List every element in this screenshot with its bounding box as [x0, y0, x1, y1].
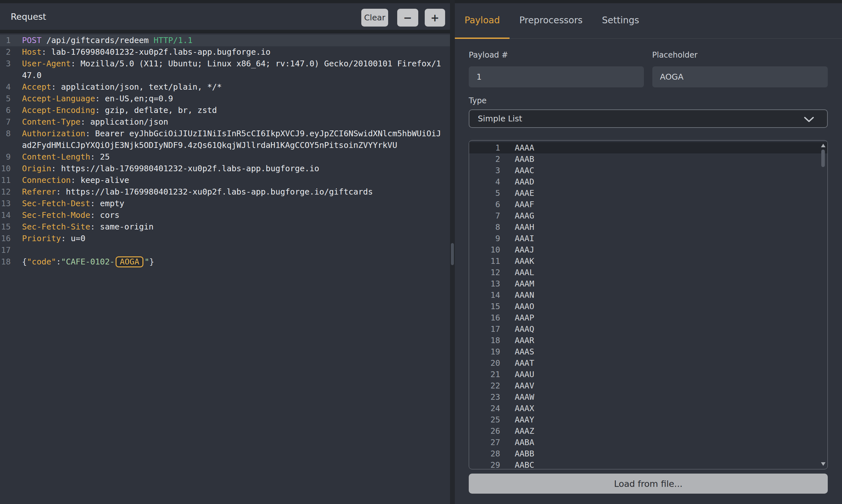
request-line[interactable]: 10Origin: https://lab-1769980401232-xu0p… [0, 163, 450, 175]
payload-item-value: AAAH [515, 221, 534, 233]
request-line[interactable]: 4Accept: application/json, text/plain, *… [0, 81, 450, 93]
remove-marker-button[interactable]: − [397, 9, 418, 26]
payload-list-scrollbar[interactable] [820, 141, 826, 469]
payload-list-item[interactable]: 16AAAP [469, 312, 827, 323]
request-line[interactable]: 2Host: lab-1769980401232-xu0p2f.labs-app… [0, 46, 450, 58]
payload-list-item[interactable]: 1AAAA [469, 142, 827, 154]
line-text: Referer: https://lab-1769980401232-xu0p2… [22, 186, 444, 198]
request-line[interactable]: 1POST /api/giftcards/redeem HTTP/1.1 [0, 35, 450, 46]
add-marker-button[interactable]: + [425, 9, 445, 26]
payload-item-number: 12 [469, 267, 500, 278]
payload-list-item[interactable]: 9AAAI [469, 233, 827, 244]
payload-list-item[interactable]: 26AAAZ [469, 425, 827, 437]
intruder-payload-screen: Request Clear − + 1POST /api/giftcards/r… [0, 0, 842, 504]
request-line[interactable]: 8Authorization: Bearer eyJhbGciOiJIUzI1N… [0, 128, 450, 151]
payload-number-input[interactable] [469, 66, 644, 87]
scroll-down-icon[interactable] [821, 462, 825, 466]
request-line[interactable]: 3User-Agent: Mozilla/5.0 (X11; Ubuntu; L… [0, 58, 450, 81]
request-line[interactable]: 16Priority: u=0 [0, 233, 450, 245]
payload-list[interactable]: 1AAAA2AAAB3AAAC4AAAD5AAAE6AAAF7AAAG8AAAH… [469, 140, 828, 469]
editor-scrollbar-thumb[interactable] [451, 243, 454, 265]
payload-item-value: AABB [515, 448, 534, 459]
line-text: User-Agent: Mozilla/5.0 (X11; Ubuntu; Li… [22, 58, 444, 81]
payload-list-item[interactable]: 24AAAX [469, 403, 827, 414]
clear-button[interactable]: Clear [361, 9, 388, 26]
request-line[interactable]: 17 [0, 245, 450, 256]
payload-panel: PayloadPreprocessorsSettings Payload # P… [455, 3, 842, 504]
syntax-segment: 25 [100, 152, 110, 162]
payload-list-item[interactable]: 27AABA [469, 437, 827, 448]
request-line[interactable]: 18{"code":"CAFE-0102-AOGA"} [0, 256, 450, 268]
payload-item-value: AAAJ [515, 244, 534, 255]
request-line[interactable]: 7Content-Type: application/json [0, 116, 450, 128]
payload-list-item[interactable]: 13AAAM [469, 278, 827, 289]
payload-number-label: Payload # [469, 51, 644, 59]
request-line[interactable]: 13Sec-Fetch-Dest: empty [0, 198, 450, 210]
request-editor[interactable]: 1POST /api/giftcards/redeem HTTP/1.12Hos… [0, 33, 450, 504]
payload-list-item[interactable]: 25AAAY [469, 414, 827, 425]
payload-list-item[interactable]: 29AABC [469, 459, 827, 469]
request-header: Request Clear − + [0, 3, 450, 30]
placeholder-input[interactable] [652, 66, 828, 87]
type-select[interactable]: Simple List [469, 109, 828, 128]
payload-list-item[interactable]: 8AAAH [469, 221, 827, 233]
payload-list-item[interactable]: 3AAAC [469, 165, 827, 176]
payload-list-item[interactable]: 11AAAK [469, 255, 827, 267]
line-number: 4 [0, 81, 11, 93]
payload-item-value: AAAQ [515, 323, 534, 335]
payload-item-value: AAAY [515, 414, 534, 425]
syntax-segment: Content-Type [22, 117, 80, 127]
tab-settings[interactable]: Settings [592, 3, 649, 39]
syntax-segment: : [90, 211, 100, 220]
request-line[interactable]: 6Accept-Encoding: gzip, deflate, br, zst… [0, 105, 450, 116]
line-number: 12 [0, 186, 11, 198]
payload-item-number: 2 [469, 154, 500, 165]
request-line[interactable]: 14Sec-Fetch-Mode: cors [0, 210, 450, 221]
payload-list-item[interactable]: 5AAAE [469, 187, 827, 199]
payload-item-number: 19 [469, 346, 500, 357]
payload-item-number: 7 [469, 210, 500, 221]
line-number: 5 [0, 93, 11, 105]
payload-item-number: 1 [469, 142, 500, 154]
payload-item-number: 20 [469, 357, 500, 369]
payload-list-item[interactable]: 28AABB [469, 448, 827, 459]
payload-item-number: 10 [469, 244, 500, 255]
line-text: POST /api/giftcards/redeem HTTP/1.1 [22, 35, 444, 46]
payload-list-item[interactable]: 10AAAJ [469, 244, 827, 255]
payload-item-value: AAAL [515, 267, 534, 278]
payload-item-value: AAAN [515, 289, 534, 301]
syntax-segment: Content-Length [22, 152, 90, 162]
payload-list-item[interactable]: 14AAAN [469, 289, 827, 301]
payload-list-item[interactable]: 12AAAL [469, 267, 827, 278]
payload-list-item[interactable]: 15AAAO [469, 301, 827, 312]
line-number: 16 [0, 233, 11, 245]
syntax-segment: "code" [27, 257, 56, 266]
payload-list-item[interactable]: 17AAAQ [469, 323, 827, 335]
payload-list-item[interactable]: 18AAAR [469, 335, 827, 346]
chevron-down-icon [804, 116, 814, 123]
load-from-file-button[interactable]: Load from file... [469, 473, 828, 494]
payload-list-item[interactable]: 23AAAW [469, 391, 827, 403]
tab-preprocessors[interactable]: Preprocessors [509, 3, 592, 39]
payload-list-item[interactable]: 6AAAF [469, 199, 827, 210]
payload-list-item[interactable]: 21AAAU [469, 369, 827, 380]
request-line[interactable]: 9Content-Length: 25 [0, 151, 450, 163]
request-line[interactable]: 12Referer: https://lab-1769980401232-xu0… [0, 186, 450, 198]
payload-item-number: 17 [469, 323, 500, 335]
payload-list-item[interactable]: 4AAAD [469, 176, 827, 187]
syntax-segment: cors [100, 211, 120, 220]
syntax-segment: : [56, 257, 61, 266]
tab-payload[interactable]: Payload [455, 3, 509, 39]
payload-list-item[interactable]: 20AAAT [469, 357, 827, 369]
request-line[interactable]: 5Accept-Language: en-US,en;q=0.9 [0, 93, 450, 105]
payload-list-item[interactable]: 22AAAV [469, 380, 827, 391]
payload-list-scrollbar-thumb[interactable] [821, 149, 825, 167]
scroll-up-icon[interactable] [821, 144, 825, 147]
request-line[interactable]: 15Sec-Fetch-Site: same-origin [0, 221, 450, 233]
payload-list-item[interactable]: 19AAAS [469, 346, 827, 357]
payload-list-item[interactable]: 7AAAG [469, 210, 827, 221]
payload-item-value: AAAK [515, 255, 534, 267]
syntax-segment: empty [100, 199, 124, 208]
request-line[interactable]: 11Connection: keep-alive [0, 175, 450, 186]
payload-list-item[interactable]: 2AAAB [469, 154, 827, 165]
